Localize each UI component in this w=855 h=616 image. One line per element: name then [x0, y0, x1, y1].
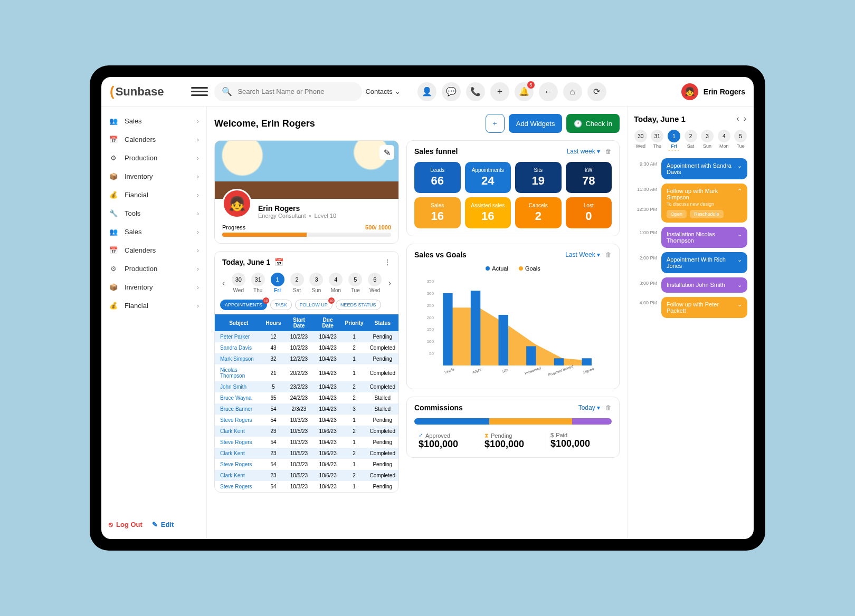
nav-icon: 🔧 — [109, 209, 118, 217]
plus-icon[interactable]: ＋ — [490, 82, 509, 101]
side-day-chip[interactable]: 31Thu — [651, 130, 664, 152]
refresh-icon[interactable]: ⟳ — [587, 82, 606, 101]
user-menu[interactable]: 👧 Erin Rogers — [681, 83, 745, 100]
sidebar-item[interactable]: 💰Fiancial› — [101, 186, 206, 204]
chevron-icon[interactable]: ⌄ — [737, 282, 742, 288]
table-row[interactable]: Sandra Davis4310/2/2310/4/232Completed — [215, 342, 398, 353]
sidebar-item[interactable]: 📦Inventory› — [101, 278, 206, 296]
chat-icon[interactable]: 💬 — [442, 82, 461, 101]
chevron-icon[interactable]: ⌄ — [737, 231, 742, 238]
chevron-right-icon: › — [197, 283, 199, 291]
event-card[interactable]: Appointment with Sandra Davis⌄ — [661, 158, 747, 179]
day-chip[interactable]: 4Mon — [328, 273, 344, 293]
page-header: Welcome, Erin Rogers ＋ Add Widgets 🕐Chec… — [214, 114, 620, 133]
next-day-button[interactable]: › — [386, 276, 393, 290]
table-row[interactable]: Clark Kent2310/5/2310/6/232Completed — [215, 448, 398, 459]
table-row[interactable]: Nicolas Thompson2120/2/2310/4/231Complet… — [215, 364, 398, 381]
event-card[interactable]: Follow up with Mark SimpsonTo discuss ne… — [661, 184, 747, 223]
table-row[interactable]: Steve Rogers5410/3/2310/4/231Pending — [215, 437, 398, 448]
side-day-chip[interactable]: 5Tue — [734, 130, 747, 152]
filter-pill[interactable]: FOLLOW UP10 — [295, 300, 332, 310]
table-row[interactable]: Mark Simpson3212/2/2310/4/231Pending — [215, 353, 398, 364]
event-action-button[interactable]: Open — [667, 210, 687, 218]
sidebar-item[interactable]: ⚙Production› — [101, 149, 206, 167]
edit-hero-button[interactable]: ✎ — [379, 145, 394, 160]
today-title: Today, June 1 — [222, 258, 270, 266]
event-card[interactable]: Installation Nicolas Thompson⌄ — [661, 227, 747, 248]
chevron-icon[interactable]: ⌄ — [737, 256, 742, 263]
sidebar-item[interactable]: 👥Sales› — [101, 223, 206, 241]
day-chip[interactable]: 3Sun — [308, 273, 325, 293]
filter-pill[interactable]: TASK — [270, 300, 292, 310]
trash-icon[interactable]: 🗑 — [605, 148, 612, 155]
event-card[interactable]: Installation John Smith⌄ — [661, 277, 747, 293]
side-day-chip[interactable]: 3Sun — [700, 130, 714, 152]
sidebar-item[interactable]: 📅Calenders› — [101, 241, 206, 259]
table-row[interactable]: Peter Parker1210/2/2310/4/231Pending — [215, 331, 398, 342]
calendar-icon[interactable]: 📅 — [274, 258, 283, 266]
commission-stat: ✓ Approved$100,000 — [414, 432, 480, 450]
day-chip[interactable]: 2Sat — [289, 273, 305, 293]
side-day-chip[interactable]: 4Mon — [717, 130, 731, 152]
day-chip[interactable]: 30Wed — [230, 273, 246, 293]
nav-icon: ⚙ — [109, 265, 118, 273]
svg-text:50: 50 — [429, 351, 434, 356]
trash-icon[interactable]: 🗑 — [605, 404, 612, 411]
day-chip[interactable]: 31Thu — [250, 273, 266, 293]
sidebar-item[interactable]: 📦Inventory› — [101, 167, 206, 186]
search-input[interactable] — [238, 88, 355, 95]
funnel-tile: Appointments24 — [465, 162, 511, 193]
event-action-button[interactable]: Reschedule — [690, 210, 724, 218]
agenda-prev[interactable]: ‹ — [735, 113, 740, 124]
table-row[interactable]: Steve Rogers5410/3/2310/4/231Pending — [215, 415, 398, 426]
sidebar-item[interactable]: ⚙Production› — [101, 259, 206, 278]
prev-day-button[interactable]: ‹ — [220, 276, 227, 290]
sidebar-item[interactable]: 💰Fiancial› — [101, 296, 206, 315]
chevron-right-icon: › — [197, 209, 199, 217]
event-card[interactable]: Appointment With Rich Jones⌄ — [661, 252, 747, 273]
table-row[interactable]: Steve Rogers5410/3/2310/4/231Pending — [215, 459, 398, 470]
event-card[interactable]: Follow up with Peter Packett⌄ — [661, 297, 747, 318]
table-row[interactable]: Bruce Banner542/3/2310/4/233Stalled — [215, 403, 398, 415]
home-icon[interactable]: ⌂ — [563, 82, 582, 101]
agenda-panel: Today, June 1 ‹› 30Wed31Thu1Fri• • • •2S… — [627, 107, 754, 539]
day-chip[interactable]: 5Tue — [347, 273, 364, 293]
chevron-icon[interactable]: ⌃ — [737, 188, 742, 195]
side-day-chip[interactable]: 2Sat — [684, 130, 698, 152]
table-row[interactable]: Clark Kent2310/5/2310/6/232Completed — [215, 426, 398, 437]
person-icon[interactable]: 👤 — [417, 82, 436, 101]
phone-icon[interactable]: 📞 — [466, 82, 485, 101]
sidebar-item[interactable]: 📅Calenders› — [101, 130, 206, 149]
add-widgets-button[interactable]: Add Widgets — [509, 114, 563, 133]
table-row[interactable]: Clark Kent2310/5/2310/6/232Completed — [215, 470, 398, 481]
table-row[interactable]: John Smith523/2/2310/4/232Completed — [215, 381, 398, 392]
filter-pill[interactable]: NEEDS STATUS — [336, 300, 381, 310]
logout-button[interactable]: ⎋Log Out — [109, 521, 142, 528]
chevron-icon[interactable]: ⌄ — [737, 162, 742, 169]
today-card: Today, June 1 📅 ⋮ ‹ 30Wed31Thu1Fri2Sat3S… — [214, 251, 399, 493]
side-day-chip[interactable]: 30Wed — [634, 130, 648, 152]
filter-pill[interactable]: APPOINTMENTS10 — [220, 300, 267, 310]
menu-toggle[interactable] — [191, 83, 208, 100]
trash-icon[interactable]: 🗑 — [605, 251, 612, 258]
nav-icon: 💰 — [109, 302, 118, 310]
day-chip[interactable]: 1Fri — [269, 273, 286, 293]
edit-button[interactable]: ✎Edit — [152, 521, 174, 528]
table-row[interactable]: Steve Rogers5410/3/2310/4/231Pending — [215, 481, 398, 492]
sidebar-item[interactable]: 🔧Tools› — [101, 204, 206, 223]
agenda-next[interactable]: › — [743, 113, 747, 124]
chart-range-dropdown[interactable]: Last Week ▾ — [565, 251, 600, 258]
side-day-chip[interactable]: 1Fri• • • • — [667, 130, 681, 152]
bell-icon[interactable]: 🔔5 — [515, 82, 534, 101]
chevron-icon[interactable]: ⌄ — [737, 301, 742, 308]
table-row[interactable]: Bruce Wayna6524/2/2310/4/232Stalled — [215, 392, 398, 403]
check-in-button[interactable]: 🕐Check in — [566, 114, 620, 133]
commissions-range-dropdown[interactable]: Today ▾ — [578, 404, 600, 411]
funnel-range-dropdown[interactable]: Last week ▾ — [567, 148, 600, 155]
add-button[interactable]: ＋ — [486, 114, 505, 133]
day-chip[interactable]: 6Wed — [367, 273, 383, 293]
search-filter-dropdown[interactable]: Contacts ⌄ — [365, 88, 400, 95]
back-icon[interactable]: ← — [539, 82, 558, 101]
more-icon[interactable]: ⋮ — [384, 258, 391, 266]
sidebar-item[interactable]: 👥Sales› — [101, 112, 206, 130]
